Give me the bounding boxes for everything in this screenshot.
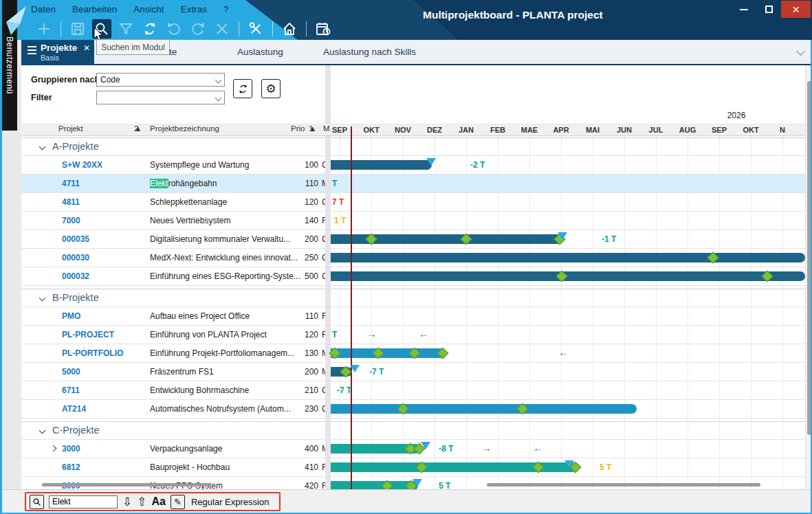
schedule-triangle-icon[interactable] — [558, 232, 567, 240]
project-code-link[interactable]: 000030 — [62, 253, 89, 262]
group-row-c-projekte[interactable]: C-Projekte — [21, 421, 325, 440]
tools-icon[interactable] — [246, 19, 265, 38]
tab-auslastung-nach-skills[interactable]: Auslastung nach Skills — [323, 47, 416, 57]
table-row-at214[interactable]: AT214Automatisches Notrufsystem (Autom..… — [21, 400, 325, 418]
regular-expression-label[interactable]: Regular Expression — [191, 497, 269, 507]
gantt-row-5000[interactable]: -7 T — [331, 363, 805, 381]
match-case-toggle[interactable]: Aa — [152, 495, 166, 508]
expand-row-icon[interactable] — [50, 445, 57, 452]
gantt-row-7000[interactable]: 1 T — [331, 212, 805, 230]
chevron-down-icon[interactable] — [796, 47, 805, 56]
highlight-pencil-icon[interactable]: ✎ — [171, 495, 185, 509]
project-code-link[interactable]: 000032 — [62, 271, 89, 281]
project-code-link[interactable]: 4811 — [62, 197, 80, 207]
chevron-down-icon[interactable] — [39, 427, 46, 434]
project-code-link[interactable]: 6812 — [62, 462, 80, 472]
undo-icon[interactable] — [164, 19, 184, 38]
menu-item-bearbeiten[interactable]: Bearbeiten — [72, 4, 117, 14]
project-code-link[interactable]: 4711 — [62, 179, 80, 188]
group-row-a-projekte[interactable]: A-Projekte — [21, 137, 325, 156]
project-code-link[interactable]: S+W 20XX — [62, 160, 102, 170]
project-code-link[interactable]: 000035 — [62, 234, 89, 244]
schedule-triangle-icon[interactable] — [350, 365, 360, 372]
calendar-icon[interactable] — [314, 19, 333, 38]
group-by-dropdown[interactable]: Code — [96, 73, 225, 87]
schedule-triangle-icon[interactable] — [426, 158, 436, 166]
gantt-row-at214[interactable] — [331, 400, 805, 418]
gantt-row-000030[interactable] — [331, 249, 805, 267]
gantt-row-pl-portfolio[interactable]: ← — [331, 344, 805, 363]
gantt-bar[interactable] — [331, 160, 432, 170]
search-input[interactable] — [49, 495, 118, 509]
gantt-row-6711[interactable]: -7 T — [331, 381, 805, 400]
hamburger-menu-icon[interactable] — [28, 46, 36, 56]
col-prio[interactable]: Prio — [291, 124, 305, 133]
table-hscrollbar-thumb[interactable] — [42, 483, 210, 487]
table-row-pl-portfolio[interactable]: PL-PORTFOLIOEinführung Projekt-Portfolio… — [21, 344, 325, 363]
refresh-icon[interactable] — [140, 19, 160, 38]
project-code-link[interactable]: PMO — [62, 311, 80, 321]
table-row-6812[interactable]: 6812Bauprojekt - Hochbau410R — [21, 458, 325, 477]
gantt-bar[interactable] — [331, 348, 446, 358]
group-row-b-projekte[interactable]: B-Projekte — [21, 289, 325, 307]
table-row-000032[interactable]: 000032Einführung eines ESG-Reporting-Sys… — [21, 267, 325, 286]
home-icon[interactable] — [280, 19, 299, 38]
previous-match-icon[interactable]: ⇧ — [137, 496, 146, 508]
table-row-4711[interactable]: 4711Elektrohängebahn110M — [21, 175, 325, 193]
project-code-link[interactable]: PL-PORTFOLIO — [62, 348, 123, 358]
close-icon[interactable] — [212, 19, 232, 38]
minimize-button[interactable] — [732, 1, 756, 18]
project-code-link[interactable]: 6711 — [62, 386, 80, 395]
gantt-row-3000[interactable]: →←-8 T — [331, 440, 805, 458]
menu-item-ansicht[interactable]: Ansicht — [133, 4, 164, 14]
gantt-bar[interactable] — [331, 253, 805, 262]
table-row-3000[interactable]: 3000Verpackungsanlage400M — [21, 440, 325, 458]
table-row-pmo[interactable]: PMOAufbau eines Project Office110R — [21, 307, 325, 326]
tab-auslastung[interactable]: Auslastung — [237, 47, 283, 57]
gantt-row-6812[interactable]: 5 T — [331, 458, 805, 477]
menu-item-?[interactable]: ? — [223, 4, 229, 14]
table-row-pl-project[interactable]: PL-PROJECTEinführung von PLANTA Project1… — [21, 326, 325, 344]
chevron-down-icon[interactable] — [39, 144, 46, 150]
next-match-icon[interactable]: ⇩ — [122, 496, 132, 508]
project-code-link[interactable]: 3000 — [62, 444, 80, 454]
gantt-row-4811[interactable]: 7 T — [331, 193, 805, 212]
table-row-s+w 20xx[interactable]: S+W 20XXSystempflege und Wartung100G — [21, 156, 325, 175]
settings-button[interactable]: ⚙ — [261, 79, 281, 98]
menu-item-extras[interactable]: Extras — [181, 4, 207, 14]
redo-icon[interactable] — [188, 19, 208, 38]
close-window-button[interactable]: ✕ — [781, 1, 811, 18]
tab-projekte-active[interactable]: Projekte Basis ✕ — [21, 40, 94, 65]
search-icon[interactable] — [30, 495, 44, 509]
project-code-link[interactable]: AT214 — [62, 404, 86, 414]
project-code-link[interactable]: PL-PROJECT — [62, 330, 114, 339]
col-projektbezeichnung[interactable]: Projektbezeichnung — [150, 124, 219, 133]
table-row-7000[interactable]: 7000Neues Vertriebsystem140R — [21, 212, 325, 230]
save-icon[interactable] — [68, 19, 87, 38]
add-icon[interactable] — [34, 19, 54, 38]
schedule-triangle-icon[interactable] — [421, 442, 430, 449]
col-projekt[interactable]: Projekt — [58, 124, 83, 133]
schedule-triangle-icon[interactable] — [413, 479, 422, 487]
gantt-bar[interactable] — [331, 271, 805, 281]
filter-icon[interactable] — [116, 19, 135, 38]
filter-dropdown[interactable] — [96, 91, 225, 104]
table-row-5000[interactable]: 5000Fräszentrum FS1200M — [21, 363, 325, 381]
project-code-link[interactable]: 7000 — [62, 216, 80, 225]
close-tab-icon[interactable]: ✕ — [83, 43, 90, 53]
maximize-button[interactable] — [756, 1, 781, 18]
table-row-6711[interactable]: 6711Entwicklung Bohrmaschine210G — [21, 381, 325, 400]
gantt-bar[interactable] — [331, 404, 637, 414]
menu-item-daten[interactable]: Daten — [31, 4, 56, 14]
gantt-row-000032[interactable] — [331, 267, 805, 286]
schedule-triangle-icon[interactable] — [564, 460, 574, 468]
gantt-row-pl-project[interactable]: →←T — [331, 326, 805, 344]
gantt-row-s+w 20xx[interactable]: -2 T — [331, 156, 805, 175]
table-row-000035[interactable]: 000035Digitalisierung kommunaler Verwalt… — [21, 230, 325, 249]
table-row-4811[interactable]: 4811Schleppkettenanlage120G — [21, 193, 325, 212]
gantt-row-000035[interactable]: -1 T — [331, 230, 805, 249]
table-row-000030[interactable]: 000030MedX-Next: Entwicklung eines innov… — [21, 249, 325, 267]
chevron-down-icon[interactable] — [39, 295, 46, 302]
gantt-hscrollbar-thumb[interactable] — [487, 483, 760, 487]
refresh-grouping-button[interactable] — [233, 79, 252, 98]
